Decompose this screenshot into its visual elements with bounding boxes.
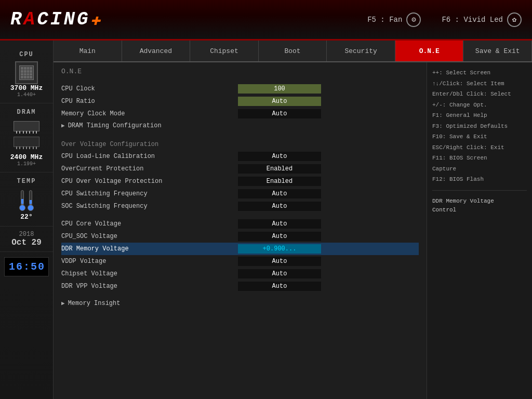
row-ddr-vpp-voltage[interactable]: DDR VPP Voltage Auto — [61, 280, 419, 292]
ddr-memory-voltage-label: DDR Memory Voltage — [61, 245, 238, 252]
row-cpu-soc-voltage[interactable]: CPU_SOC Voltage Auto — [61, 230, 419, 243]
soc-switching-value[interactable]: Auto — [238, 202, 321, 211]
tab-boot[interactable]: Boot — [259, 41, 327, 61]
f6-led[interactable]: F6 : Vivid Led ✿ — [442, 12, 522, 27]
cpu-loadline-label: CPU Load-Line Calibration — [61, 153, 238, 160]
cpu-overvoltage-label: CPU Over Voltage Protection — [61, 178, 238, 185]
row-memory-insight[interactable]: ▶Memory Insight — [61, 298, 419, 309]
chipset-voltage-value[interactable]: Auto — [238, 269, 321, 278]
soc-switching-label: SOC Switching Frequency — [61, 203, 238, 210]
row-memory-clock-mode[interactable]: Memory Clock Mode Auto — [61, 108, 419, 120]
row-cpu-clock[interactable]: CPU Clock 100 — [61, 83, 419, 95]
dram-label: DRAM — [17, 109, 36, 116]
tab-main[interactable]: Main — [54, 41, 122, 61]
cpu-soc-voltage-value[interactable]: Auto — [238, 232, 321, 241]
cpu-soc-voltage-label: CPU_SOC Voltage — [61, 233, 238, 240]
cpu-volt: 1.440+ — [17, 92, 36, 98]
date-section: 2018 Oct 29 — [0, 227, 53, 252]
row-cpu-ratio[interactable]: CPU Ratio Auto — [61, 95, 419, 108]
help-panel: ++: Select Screen ↑↓/Click: Select Item … — [427, 62, 532, 399]
dram-section: DRAM — [0, 103, 53, 172]
dram-icon2 — [14, 137, 39, 147]
help-line-2: ↑↓/Click: Select Item — [432, 79, 527, 88]
cpu-switching-value[interactable]: Auto — [238, 189, 321, 198]
tab-advanced[interactable]: Advanced — [122, 41, 191, 61]
dram-icon — [14, 121, 39, 131]
ddr-memory-voltage-value[interactable]: +0.900... — [238, 244, 321, 254]
help-line-9: F11: BIOS Screen — [432, 154, 527, 163]
help-line-3: Enter/Dbl Click: Select — [432, 90, 527, 99]
cpu-clock-value[interactable]: 100 — [238, 84, 321, 94]
expand-arrow-memory: ▶ — [61, 300, 65, 307]
help-description: DDR Memory VoltageControl — [432, 197, 527, 215]
row-vddp-voltage[interactable]: VDDP Voltage Auto — [61, 255, 419, 268]
chipset-voltage-label: Chipset Voltage — [61, 270, 238, 277]
f6-label: F6 : Vivid Led — [442, 16, 503, 24]
memory-clock-mode-label: Memory Clock Mode — [61, 110, 238, 117]
tab-security[interactable]: Security — [327, 41, 395, 61]
temp-value: 22° — [20, 213, 32, 221]
row-ddr-memory-voltage[interactable]: DDR Memory Voltage +0.900... — [61, 243, 419, 255]
cpu-ratio-value[interactable]: Auto — [238, 97, 321, 106]
cpu-icon — [15, 61, 38, 84]
help-line-4: +/-: Change Opt. — [432, 101, 527, 110]
overcurrent-label: OverCurrent Protection — [61, 165, 238, 172]
row-cpu-overvoltage[interactable]: CPU Over Voltage Protection Enabled — [61, 175, 419, 188]
logo: RACING ✚ — [10, 9, 100, 30]
cpu-core-voltage-label: CPU Core Voltage — [61, 220, 238, 228]
fan-icon: ⚙ — [406, 12, 421, 27]
page-title: O.N.E — [61, 68, 419, 75]
spacer1 — [61, 131, 419, 137]
row-overcurrent[interactable]: OverCurrent Protection Enabled — [61, 163, 419, 175]
main-content: O.N.E CPU Clock 100 CPU Ratio Auto Memor… — [54, 62, 427, 399]
time-section: 16:50 — [0, 252, 53, 282]
expand-arrow-dram: ▶ — [61, 123, 65, 129]
memory-clock-mode-value[interactable]: Auto — [238, 109, 321, 118]
temp-label: TEMP — [17, 178, 36, 185]
row-cpu-core-voltage[interactable]: CPU Core Voltage Auto — [61, 218, 419, 230]
logo-text: RACING — [10, 9, 90, 30]
vddp-voltage-value[interactable]: Auto — [238, 257, 321, 266]
cpu-overvoltage-value[interactable]: Enabled — [238, 177, 321, 186]
thermometer-display — [19, 190, 34, 211]
spacer2 — [61, 212, 419, 218]
tab-one[interactable]: O.N.E — [395, 41, 464, 61]
row-cpu-switching[interactable]: CPU Switching Frequency Auto — [61, 188, 419, 200]
cpu-section: CPU 3700 MHz 1.440+ — [0, 46, 53, 103]
row-dram-timing[interactable]: ▶DRAM Timing Configuration — [61, 120, 419, 131]
ddr-vpp-voltage-label: DDR VPP Voltage — [61, 283, 238, 290]
tab-chipset[interactable]: Chipset — [190, 41, 259, 61]
ddr-vpp-voltage-value[interactable]: Auto — [238, 282, 321, 291]
row-cpu-loadline[interactable]: CPU Load-Line Calibration Auto — [61, 150, 419, 163]
help-line-5: F1: General Help — [432, 111, 527, 120]
cpu-loadline-value[interactable]: Auto — [238, 152, 321, 161]
memory-insight-label: ▶Memory Insight — [61, 300, 238, 307]
help-line-11: F12: BIOS Flash — [432, 175, 527, 184]
dram-timing-label: ▶DRAM Timing Configuration — [61, 122, 238, 129]
date-day: Oct 29 — [0, 238, 53, 247]
help-line-10: Capture — [432, 165, 527, 174]
help-divider — [432, 190, 527, 191]
dram-freq: 2400 MHz — [10, 153, 43, 161]
f5-fan[interactable]: F5 : Fan ⚙ — [367, 12, 421, 27]
overcurrent-value[interactable]: Enabled — [238, 164, 321, 174]
row-chipset-voltage[interactable]: Chipset Voltage Auto — [61, 268, 419, 280]
help-line-8: ESC/Right Click: Exit — [432, 143, 527, 152]
cpu-label: CPU — [19, 51, 34, 58]
help-line-7: F10: Save & Exit — [432, 132, 527, 141]
f5-label: F5 : Fan — [367, 16, 402, 24]
row-soc-switching[interactable]: SOC Switching Frequency Auto — [61, 200, 419, 212]
over-voltage-header: Over Voltage Configuration — [61, 141, 419, 148]
led-icon: ✿ — [507, 12, 522, 27]
help-line-1: ++: Select Screen — [432, 69, 527, 77]
header: RACING ✚ F5 : Fan ⚙ F6 : Vivid Led ✿ — [0, 0, 532, 41]
time-display: 16:50 — [4, 257, 49, 276]
tab-save-exit[interactable]: Save & Exit — [463, 41, 532, 61]
cpu-clock-label: CPU Clock — [61, 85, 238, 92]
spacer3 — [61, 292, 419, 298]
cpu-core-voltage-value[interactable]: Auto — [238, 219, 321, 229]
date-year: 2018 — [0, 231, 53, 238]
sidebar: CPU 3700 MHz 1.440+ DRAM — [0, 41, 54, 399]
vddp-voltage-label: VDDP Voltage — [61, 258, 238, 265]
cpu-ratio-label: CPU Ratio — [61, 98, 238, 105]
